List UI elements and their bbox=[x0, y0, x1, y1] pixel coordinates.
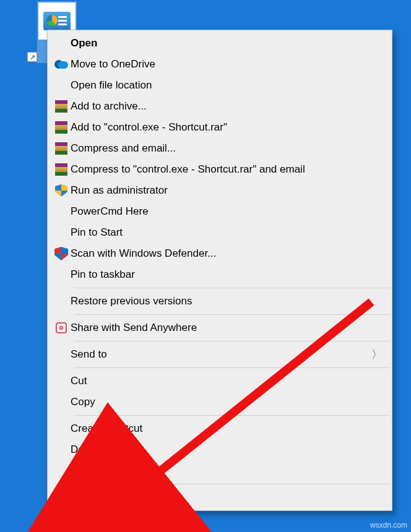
menu-pin-to-taskbar[interactable]: Pin to taskbar bbox=[48, 264, 391, 285]
menu-send-to-label: Send to bbox=[71, 348, 371, 361]
menu-add-to-named-rar[interactable]: Add to "control.exe - Shortcut.rar" bbox=[48, 117, 391, 138]
menu-move-to-onedrive[interactable]: Move to OneDrive bbox=[48, 54, 391, 75]
menu-copy-label: Copy bbox=[71, 396, 383, 408]
separator bbox=[74, 314, 390, 315]
defender-shield-icon bbox=[54, 247, 68, 260]
menu-restore-previous-versions[interactable]: Restore previous versions bbox=[48, 291, 391, 312]
menu-add-to-named-rar-label: Add to "control.exe - Shortcut.rar" bbox=[71, 121, 383, 134]
menu-open-file-location[interactable]: Open file location bbox=[48, 75, 391, 96]
menu-share-send-anywhere[interactable]: Share with Send Anywhere bbox=[48, 317, 391, 338]
menu-scan-defender[interactable]: Scan with Windows Defender... bbox=[48, 243, 391, 264]
menu-pin-to-start-label: Pin to Start bbox=[71, 226, 383, 239]
menu-scan-defender-label: Scan with Windows Defender... bbox=[71, 247, 383, 260]
menu-restore-previous-versions-label: Restore previous versions bbox=[71, 295, 383, 307]
menu-rename[interactable]: Rename bbox=[48, 460, 391, 481]
menu-move-to-onedrive-label: Move to OneDrive bbox=[71, 58, 383, 71]
menu-create-shortcut-label: Create shortcut bbox=[71, 423, 383, 435]
chevron-right-icon: 〉 bbox=[371, 347, 383, 362]
menu-powercmd-here-label: PowerCmd Here bbox=[71, 205, 383, 218]
menu-pin-to-start[interactable]: Pin to Start bbox=[48, 222, 391, 243]
menu-cut[interactable]: Cut bbox=[48, 371, 391, 392]
separator bbox=[74, 415, 390, 416]
watermark: wsxdn.com bbox=[370, 521, 407, 530]
winrar-icon bbox=[55, 163, 67, 176]
menu-copy[interactable]: Copy bbox=[48, 392, 391, 413]
onedrive-icon bbox=[54, 60, 68, 69]
winrar-icon bbox=[55, 100, 67, 113]
menu-compress-email[interactable]: Compress and email... bbox=[48, 138, 391, 159]
send-anywhere-icon bbox=[56, 322, 67, 333]
menu-compress-email-label: Compress and email... bbox=[71, 142, 383, 155]
winrar-icon bbox=[55, 121, 67, 134]
menu-open[interactable]: Open bbox=[48, 33, 391, 54]
separator bbox=[74, 367, 390, 368]
menu-add-to-archive-label: Add to archive... bbox=[71, 100, 383, 113]
menu-run-as-administrator-label: Run as administrator bbox=[71, 184, 383, 197]
context-menu: Open Move to OneDrive Open file location… bbox=[47, 30, 392, 511]
uac-shield-icon bbox=[55, 184, 67, 197]
menu-compress-named-email[interactable]: Compress to "control.exe - Shortcut.rar"… bbox=[48, 159, 391, 180]
menu-delete[interactable]: Delete bbox=[48, 439, 391, 460]
menu-open-label: Open bbox=[71, 37, 383, 49]
winrar-icon bbox=[55, 142, 67, 155]
separator bbox=[74, 288, 390, 288]
menu-share-send-anywhere-label: Share with Send Anywhere bbox=[71, 322, 383, 334]
control-panel-icon bbox=[43, 12, 71, 30]
menu-open-file-location-label: Open file location bbox=[71, 79, 383, 92]
menu-properties-label: Properties bbox=[71, 491, 383, 504]
shortcut-overlay-icon: ↗ bbox=[27, 52, 37, 62]
menu-add-to-archive[interactable]: Add to archive... bbox=[48, 96, 391, 117]
menu-cut-label: Cut bbox=[71, 375, 383, 387]
menu-powercmd-here[interactable]: PowerCmd Here bbox=[48, 201, 391, 222]
menu-create-shortcut[interactable]: Create shortcut bbox=[48, 418, 391, 439]
menu-pin-to-taskbar-label: Pin to taskbar bbox=[71, 268, 383, 281]
menu-rename-label: Rename bbox=[71, 465, 383, 477]
menu-properties[interactable]: Properties bbox=[48, 487, 391, 508]
separator bbox=[74, 484, 390, 484]
separator bbox=[74, 341, 390, 341]
menu-compress-named-email-label: Compress to "control.exe - Shortcut.rar"… bbox=[71, 163, 383, 176]
menu-delete-label: Delete bbox=[71, 444, 383, 456]
menu-send-to[interactable]: Send to 〉 bbox=[48, 344, 391, 365]
menu-run-as-administrator[interactable]: Run as administrator bbox=[48, 180, 391, 201]
